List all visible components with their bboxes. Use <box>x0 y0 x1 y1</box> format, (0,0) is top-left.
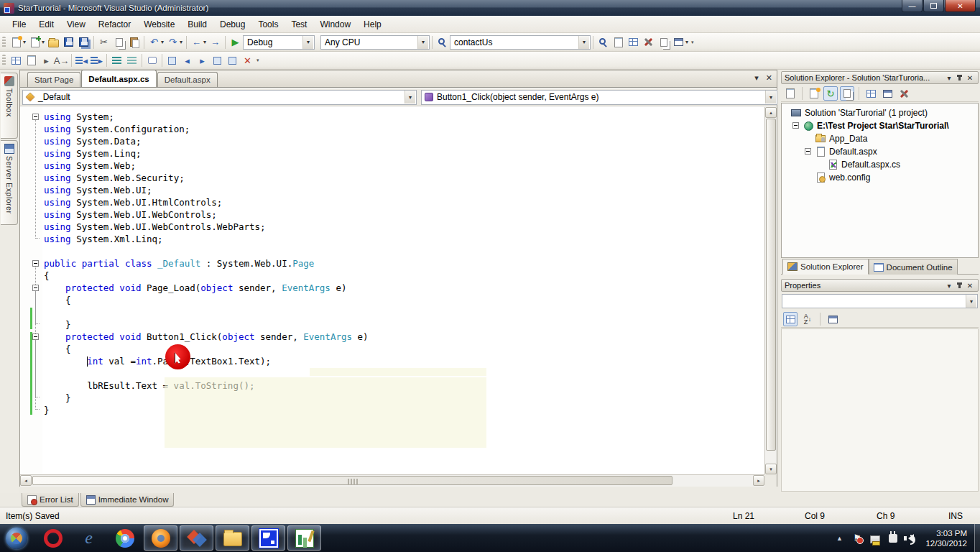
maximize-button[interactable] <box>923 0 944 12</box>
menu-item-tools[interactable]: Tools <box>251 17 285 32</box>
network-icon[interactable] <box>869 532 882 545</box>
tree-item-default-aspx-cs[interactable]: Default.aspx.cs <box>782 158 978 171</box>
power-icon[interactable] <box>887 532 900 545</box>
toolbar-grip[interactable] <box>2 55 6 66</box>
menu-item-help[interactable]: Help <box>357 17 388 32</box>
chevron-down-icon[interactable]: ▾ <box>578 36 589 49</box>
chevron-down-icon[interactable]: ▾ <box>754 73 759 83</box>
properties-button[interactable] <box>783 86 798 101</box>
chevron-down-icon[interactable]: ▾ <box>180 39 182 45</box>
chevron-down-icon[interactable]: ▾ <box>944 282 954 290</box>
view-code-button[interactable] <box>807 86 821 101</box>
refresh-button[interactable]: ↻ <box>823 86 838 101</box>
navigate-forward-button[interactable]: → <box>208 34 223 50</box>
chrome-taskbar-button[interactable] <box>108 525 142 551</box>
chevron-down-icon[interactable]: ▾ <box>944 74 954 82</box>
tree-item-web-config[interactable]: web.config <box>782 171 978 184</box>
properties-window-button[interactable] <box>611 34 626 50</box>
windows-explorer-taskbar-button[interactable] <box>216 525 249 551</box>
command-window-button[interactable]: ▾ <box>671 34 690 50</box>
member-list-button[interactable] <box>9 52 24 68</box>
parameter-info-button[interactable] <box>24 52 39 68</box>
property-pages-icon[interactable] <box>826 312 840 326</box>
scroll-down-icon[interactable]: ▾ <box>765 464 777 474</box>
tree-item-e-test-project-star-starturori[interactable]: E:\Test Project Star\StarTurorial\ <box>782 119 978 132</box>
collapse-minus-icon[interactable] <box>32 285 39 291</box>
start-button[interactable] <box>6 528 27 549</box>
chevron-down-icon[interactable]: ▾ <box>417 36 428 49</box>
start-debugging-button[interactable]: ▶ <box>228 34 243 50</box>
properties-grid[interactable] <box>781 328 979 492</box>
platform-combo[interactable]: Any CPU ▾ <box>320 35 430 50</box>
copy-button[interactable] <box>111 34 126 50</box>
cut-button[interactable]: ✂ <box>96 34 111 50</box>
document-tab-default-aspx[interactable]: Default.aspx <box>157 72 218 87</box>
toolbar-grip[interactable] <box>2 37 6 48</box>
bottom-tab-error-list[interactable]: Error List <box>22 493 79 507</box>
document-tab-default-aspx-cs[interactable]: Default.aspx.cs <box>81 70 156 87</box>
comment-button[interactable] <box>109 52 124 68</box>
solution-explorer-button[interactable] <box>656 34 671 50</box>
redo-button[interactable]: ↷▾ <box>165 34 184 50</box>
menu-item-file[interactable]: File <box>6 17 32 32</box>
volume-icon[interactable] <box>905 532 917 545</box>
bottom-tab-immediate-window[interactable]: Immediate Window <box>80 493 175 507</box>
collapse-minus-icon[interactable] <box>32 334 39 340</box>
action-center-icon[interactable]: ⚑ <box>851 532 864 545</box>
quick-info-button[interactable]: ▸ <box>39 52 54 68</box>
collapse-minus-icon[interactable] <box>32 260 39 267</box>
scroll-left-icon[interactable]: ◂ <box>20 475 32 486</box>
toolbar-overflow-icon[interactable]: ▾ <box>691 40 694 45</box>
server-explorer-tab[interactable]: Server Explorer <box>1 140 18 225</box>
firefox-taskbar-button[interactable] <box>144 525 177 551</box>
nest-related-files-button[interactable] <box>840 86 854 101</box>
collapse-minus-icon[interactable] <box>32 114 39 120</box>
chevron-down-icon[interactable]: ▾ <box>23 39 26 45</box>
alphabetical-icon[interactable]: AZ↓ <box>800 312 815 326</box>
find-combo[interactable]: contactUs ▾ <box>450 35 591 50</box>
menu-item-edit[interactable]: Edit <box>32 17 60 32</box>
code-editor[interactable]: using System;using System.Configuration;… <box>20 107 777 474</box>
tree-item-default-aspx[interactable]: Default.aspx <box>782 145 978 158</box>
bookmark-toggle-button[interactable] <box>165 52 180 68</box>
vertical-scroll-thumb[interactable] <box>766 119 776 451</box>
navigate-backward-button[interactable]: ←▾ <box>189 34 208 50</box>
members-combo[interactable]: Button1_Click(object sender, EventArgs e… <box>421 90 777 105</box>
find-symbol-button[interactable] <box>596 34 611 50</box>
decrease-indent-button[interactable]: ◂ <box>74 52 89 68</box>
show-desktop-button[interactable] <box>974 524 980 552</box>
menu-item-refactor[interactable]: Refactor <box>92 17 137 32</box>
toolbox-tab[interactable]: Toolbox <box>1 73 18 139</box>
toolbox-button[interactable] <box>641 34 656 50</box>
open-file-button[interactable] <box>46 34 61 50</box>
close-icon[interactable]: ✕ <box>965 282 975 290</box>
chevron-down-icon[interactable]: ▾ <box>765 91 776 104</box>
menu-item-build[interactable]: Build <box>181 17 213 32</box>
new-project-button[interactable]: ▾ <box>9 34 27 50</box>
internet-explorer-taskbar-button[interactable]: e <box>72 525 106 551</box>
pin-icon[interactable] <box>958 282 961 288</box>
uncomment-button[interactable] <box>124 52 139 68</box>
scroll-right-icon[interactable]: ▸ <box>753 475 764 486</box>
menu-item-view[interactable]: View <box>60 17 92 32</box>
minimize-button[interactable]: — <box>902 0 923 12</box>
collapse-minus-icon[interactable] <box>792 122 799 129</box>
add-new-item-button[interactable]: ▾ <box>27 34 46 50</box>
word-completion-button[interactable]: A→ <box>54 52 69 68</box>
bookmark-prev-button[interactable]: ◂ <box>180 52 195 68</box>
copy-web-site-button[interactable] <box>880 86 895 101</box>
collapse-minus-icon[interactable] <box>805 148 811 155</box>
chevron-down-icon[interactable]: ▾ <box>966 295 976 308</box>
find-in-files-button[interactable] <box>435 34 450 50</box>
close-icon[interactable]: ✕ <box>965 74 975 82</box>
tree-item-solution-starturorial-1-projec[interactable]: Solution 'StarTurorial' (1 project) <box>782 106 978 119</box>
chevron-down-icon[interactable]: ▾ <box>42 39 45 45</box>
save-all-button[interactable] <box>76 34 91 50</box>
chevron-down-icon[interactable]: ▾ <box>685 39 688 45</box>
toolbar-overflow-icon[interactable]: ▾ <box>256 58 259 63</box>
chevron-down-icon[interactable]: ▾ <box>405 91 415 104</box>
bookmark-next-folder-button[interactable] <box>225 52 240 68</box>
breakpoint-button[interactable] <box>144 52 160 68</box>
screen-tool-taskbar-button[interactable] <box>251 525 285 551</box>
bookmark-prev-folder-button[interactable] <box>210 52 225 68</box>
